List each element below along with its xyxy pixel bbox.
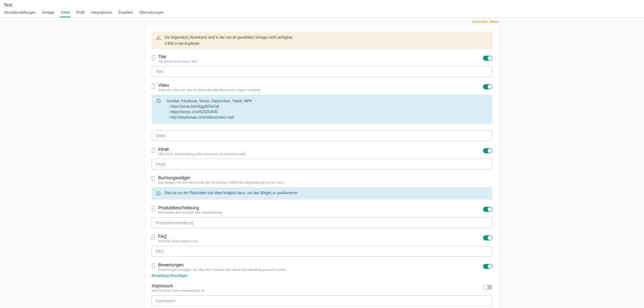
section-bewertungen: Bewertungen Bewertungen anzeigen, die üb… — [152, 262, 492, 278]
section-produkt: Produktbeschreibung Beschreibe dein Prod… — [152, 205, 492, 228]
drag-handle-icon[interactable] — [152, 235, 156, 240]
drag-handle-icon[interactable] — [152, 206, 156, 212]
section-faq: FAQ Schreibe deine eigene FAQ — [152, 234, 492, 257]
section-titel: Titel Gib deiner Seite einen Titel — [152, 54, 492, 77]
toggle-bewertungen[interactable] — [483, 264, 492, 269]
tab-integrationen[interactable]: Integrationen — [90, 9, 113, 17]
faq-input[interactable] — [152, 246, 492, 257]
section-title: Produktbeschreibung — [158, 205, 481, 210]
section-inhalt: Inhalt Über mich, Beschreibung oder was … — [152, 147, 492, 170]
section-desc: Über mich, Beschreibung oder was immer d… — [158, 152, 481, 156]
section-title: Titel — [158, 54, 481, 59]
drag-handle-icon[interactable] — [152, 55, 156, 61]
section-desc: Gib deiner Seite einen Titel — [158, 60, 481, 63]
section-desc: Bewertungen anzeigen, die über dein Prod… — [158, 268, 481, 271]
video-info-head: Youtube, Facebook, Vimeo, Dailymotion, T… — [166, 99, 252, 103]
svg-point-7 — [158, 192, 159, 193]
info-icon — [156, 191, 161, 196]
produkt-input[interactable] — [152, 217, 492, 228]
section-desc: Gebe ein Video an, das du deinen Kunden/… — [158, 88, 481, 92]
section-title: Buchungswidget — [158, 175, 492, 180]
tab-vorlage[interactable]: Vorlage — [42, 9, 55, 17]
open-page-link[interactable]: Seitenlink öffnen — [472, 20, 499, 24]
buchung-info-text: Dies ist nur ein Platzhalter und dient l… — [165, 191, 298, 196]
section-desc: Das Widget, mit dem der Kunde den Termin… — [158, 181, 492, 184]
warning-line2: # Bild in der Kopfzeile — [165, 42, 293, 46]
drag-handle-icon[interactable] — [152, 176, 156, 182]
section-desc: Beschreibe dein Produkt oder Dienstleist… — [158, 211, 481, 214]
section-video: Video Gebe ein Video an, das du deinen K… — [152, 83, 492, 141]
info-icon — [156, 98, 161, 103]
svg-point-1 — [158, 39, 159, 39]
section-impressum: Impressum Wer für diese Seite verantwort… — [152, 283, 492, 306]
add-review-link[interactable]: Bewertung hinzufügen — [152, 274, 188, 278]
impressum-input[interactable] — [152, 295, 492, 306]
tab-uebersetzungen[interactable]: Übersetzungen — [139, 9, 165, 17]
drag-handle-icon[interactable] — [152, 84, 156, 89]
titel-input[interactable] — [152, 66, 492, 77]
header: Test Grundeinstellungen Vorlage Inhalt P… — [0, 0, 644, 18]
toggle-impressum[interactable] — [483, 285, 492, 290]
toggle-video[interactable] — [483, 84, 492, 89]
video-input[interactable] — [152, 130, 492, 141]
tab-profil[interactable]: Profil — [75, 9, 85, 17]
tab-erweitert[interactable]: Erweitert — [118, 9, 133, 17]
toggle-inhalt[interactable] — [483, 148, 492, 153]
toggle-titel[interactable] — [483, 56, 492, 61]
tab-inhalt[interactable]: Inhalt — [60, 9, 70, 17]
warning-line1: Die folgende(n) Rubrik(en) sind in der v… — [165, 35, 293, 39]
inhalt-input[interactable] — [152, 159, 492, 170]
video-example-3: - http://anydomain.com/videos/video.mp4 — [166, 115, 252, 120]
tabs: Grundeinstellungen Vorlage Inhalt Profil… — [4, 9, 640, 17]
section-desc: Schreibe deine eigene FAQ — [158, 239, 481, 243]
section-title: Inhalt — [158, 147, 481, 152]
toggle-produkt[interactable] — [483, 207, 492, 212]
template-warning: Die folgende(n) Rubrik(en) sind in der v… — [152, 32, 492, 49]
section-desc: Wer für diese Seite verantwortlich ist — [152, 289, 481, 292]
video-example-2: - https://vimeo.com/524253840 — [166, 109, 252, 115]
video-example-1: - https://youtu.be/mkggXE5e2yk — [166, 104, 252, 109]
toggle-faq[interactable] — [483, 235, 492, 240]
content-card: Die folgende(n) Rubrik(en) sind in der v… — [145, 25, 499, 308]
svg-point-4 — [158, 100, 159, 100]
drag-handle-icon[interactable] — [152, 147, 156, 153]
section-title: FAQ — [158, 234, 481, 239]
section-title: Impressum — [152, 283, 481, 288]
section-title: Bewertungen — [158, 262, 481, 268]
video-info: Youtube, Facebook, Vimeo, Dailymotion, T… — [152, 95, 492, 124]
buchung-info: Dies ist nur ein Platzhalter und dient l… — [152, 187, 492, 200]
drag-handle-icon[interactable] — [152, 263, 156, 269]
tab-grundeinstellungen[interactable]: Grundeinstellungen — [4, 9, 36, 17]
section-buchung: Buchungswidget Das Widget, mit dem der K… — [152, 175, 492, 200]
page-title: Test — [4, 2, 640, 8]
section-title: Video — [158, 83, 481, 88]
warning-icon — [156, 35, 161, 40]
